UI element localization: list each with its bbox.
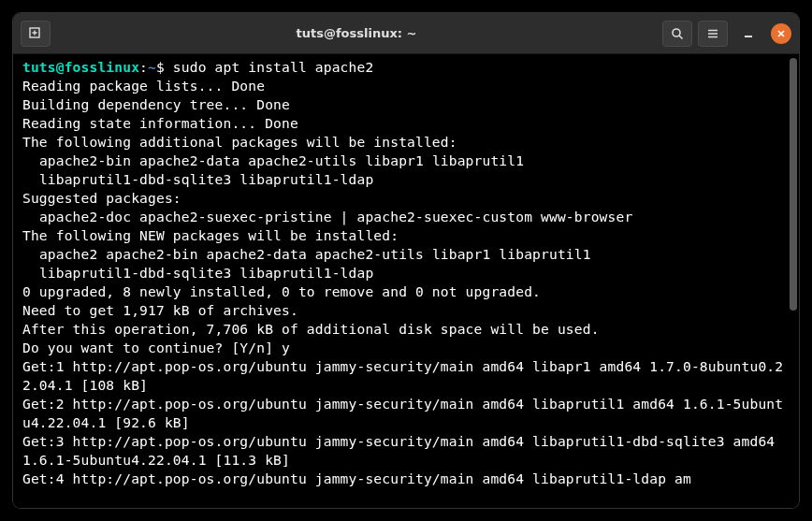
search-icon [671, 27, 684, 40]
terminal-body[interactable]: tuts@fosslinux:~$ sudo apt install apach… [13, 54, 799, 508]
terminal-window: tuts@fosslinux: ~ [13, 13, 799, 508]
scrollbar[interactable] [790, 58, 797, 311]
prompt-user-host: tuts@fosslinux [22, 59, 139, 75]
terminal-content: tuts@fosslinux:~$ sudo apt install apach… [22, 58, 790, 488]
window-title: tuts@fosslinux: ~ [51, 26, 662, 40]
titlebar: tuts@fosslinux: ~ [13, 13, 799, 54]
new-tab-button[interactable] [21, 21, 51, 47]
titlebar-right [662, 21, 791, 47]
prompt-colon: : [139, 59, 148, 75]
svg-line-4 [679, 36, 683, 39]
command-text: sudo apt install apache2 [173, 59, 373, 75]
search-button[interactable] [662, 21, 692, 47]
close-icon [776, 29, 786, 38]
svg-point-3 [673, 29, 680, 36]
menu-button[interactable] [698, 21, 728, 47]
minimize-button[interactable] [737, 22, 760, 45]
close-button[interactable] [771, 23, 791, 44]
titlebar-left [21, 21, 51, 47]
minimize-icon [743, 28, 754, 39]
hamburger-icon [706, 27, 719, 40]
new-tab-icon [29, 27, 42, 40]
terminal-output: Reading package lists... Done Building d… [22, 78, 783, 486]
prompt-dollar: $ [156, 59, 173, 75]
prompt-path: ~ [148, 59, 156, 75]
